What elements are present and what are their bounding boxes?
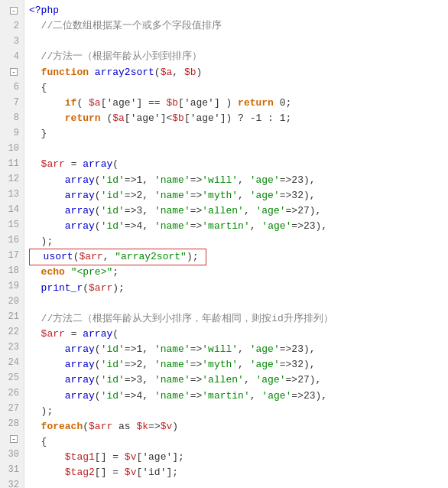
code-token: 'id' xyxy=(101,173,125,188)
code-token: print_r xyxy=(41,281,83,296)
code-token: $a xyxy=(112,111,125,126)
code-token: 'martin' xyxy=(202,219,249,234)
code-line: $tag2[] = $v['id']; xyxy=(29,465,448,480)
code-line xyxy=(29,296,448,311)
code-token: =>2, xyxy=(125,357,154,373)
code-token: $v xyxy=(161,419,173,434)
line-number: 8 xyxy=(5,110,19,125)
code-token xyxy=(29,373,65,388)
code-token: =>23), xyxy=(291,219,327,234)
line-number: 23 xyxy=(5,340,19,355)
code-token: 'name' xyxy=(154,342,190,357)
code-token: 'age' xyxy=(256,203,286,219)
fold-icon[interactable]: - xyxy=(10,68,18,76)
code-token: ( xyxy=(101,111,113,126)
code-line: $arr = array( xyxy=(29,327,448,342)
code-token: 'allen' xyxy=(202,373,244,388)
code-line: foreach($arr as $k=>$v) xyxy=(29,419,448,434)
code-token: 'will' xyxy=(202,173,238,188)
code-token: ( xyxy=(83,419,89,434)
fold-icon[interactable]: - xyxy=(10,435,18,443)
code-token: , xyxy=(250,389,262,404)
code-token xyxy=(31,251,44,262)
code-token: =>1, xyxy=(125,173,154,188)
code-token: ( xyxy=(95,219,101,234)
code-line: array('id'=>2, 'name'=>'myth', 'age'=>32… xyxy=(29,188,448,203)
line-number: 26 xyxy=(5,386,19,401)
code-token: array xyxy=(65,203,95,219)
code-line: array('id'=>1, 'name'=>'will', 'age'=>23… xyxy=(29,173,448,188)
line-number: 15 xyxy=(5,217,19,233)
code-token: ['age']) ? -1 : 1; xyxy=(184,111,291,126)
code-token: ); xyxy=(29,404,53,419)
code-line xyxy=(29,480,448,488)
code-token: 'name' xyxy=(154,203,190,219)
code-line: <?php xyxy=(29,3,448,18)
code-token: =>2, xyxy=(125,188,154,203)
code-token: ); xyxy=(29,234,53,249)
line-number: 10 xyxy=(5,141,19,156)
code-line: print_r($arr); xyxy=(29,281,448,296)
code-token: =>23), xyxy=(291,389,327,404)
code-token: , xyxy=(250,219,262,234)
code-token: usort xyxy=(44,251,73,262)
line-number: 3 xyxy=(5,34,19,49)
code-token: function xyxy=(41,65,89,80)
code-token: 'name' xyxy=(154,219,190,234)
fold-icon[interactable]: - xyxy=(10,7,18,15)
code-token xyxy=(29,265,41,280)
code-line: array('id'=>3, 'name'=>'allen', 'age'=>2… xyxy=(29,203,448,219)
code-token: ['age'] == xyxy=(101,96,167,111)
code-token: 'martin' xyxy=(202,389,249,404)
code-line: return ($a['age']<$b['age']) ? -1 : 1; xyxy=(29,111,448,126)
code-token: { xyxy=(29,80,47,96)
code-token: echo xyxy=(41,265,65,280)
code-token: => xyxy=(190,342,203,357)
line-number: 16 xyxy=(5,233,19,248)
code-token xyxy=(29,342,65,357)
code-token: array xyxy=(83,157,112,172)
code-token: $tag1 xyxy=(65,450,95,465)
code-token: ); xyxy=(187,251,204,262)
code-token: 'id' xyxy=(101,357,125,373)
code-token: 'myth' xyxy=(202,357,238,373)
code-token: array xyxy=(65,173,95,188)
code-token: , xyxy=(103,251,115,262)
line-number: 9 xyxy=(5,125,19,141)
line-numbers: -234-67891011121314151617181920212223242… xyxy=(0,0,24,488)
code-line: array('id'=>4, 'name'=>'martin', 'age'=>… xyxy=(29,219,448,234)
code-token: ( xyxy=(95,389,101,404)
code-token: <?php xyxy=(29,3,59,18)
code-token: $a xyxy=(89,96,101,111)
code-token: 'id' xyxy=(101,188,125,203)
code-token: ['id']; xyxy=(136,465,178,480)
code-token xyxy=(29,281,41,296)
code-token: $v xyxy=(125,450,137,465)
line-number: 18 xyxy=(5,263,19,278)
code-token: =>3, xyxy=(125,373,154,388)
code-token: ['age']; xyxy=(136,450,183,465)
code-line: array('id'=>1, 'name'=>'will', 'age'=>23… xyxy=(29,342,448,357)
code-token: ); xyxy=(112,281,125,296)
code-token: =>4, xyxy=(125,219,154,234)
code-token: ( xyxy=(95,203,101,219)
code-token: $b xyxy=(172,111,184,126)
code-token: , xyxy=(244,203,256,219)
code-token: ; xyxy=(112,265,118,280)
code-line: function array2sort($a, $b) xyxy=(29,65,448,80)
code-token: 'age' xyxy=(250,173,280,188)
code-token: [] = xyxy=(95,465,125,480)
code-token: => xyxy=(190,188,203,203)
code-line: //二位数组根据某一个或多个字段值排序 xyxy=(29,18,448,34)
code-token: ) xyxy=(172,419,178,434)
code-token: => xyxy=(190,173,203,188)
code-token: 0; xyxy=(274,96,291,111)
code-token: => xyxy=(190,219,203,234)
code-token: 'age' xyxy=(261,389,291,404)
line-number: 21 xyxy=(5,309,19,324)
code-line: //方法二（根据年龄从大到小排序，年龄相同，则按id升序排列） xyxy=(29,311,448,327)
code-token: => xyxy=(190,203,203,219)
code-token: => xyxy=(148,419,161,434)
code-line xyxy=(29,34,448,49)
code-token: =>3, xyxy=(125,203,154,219)
